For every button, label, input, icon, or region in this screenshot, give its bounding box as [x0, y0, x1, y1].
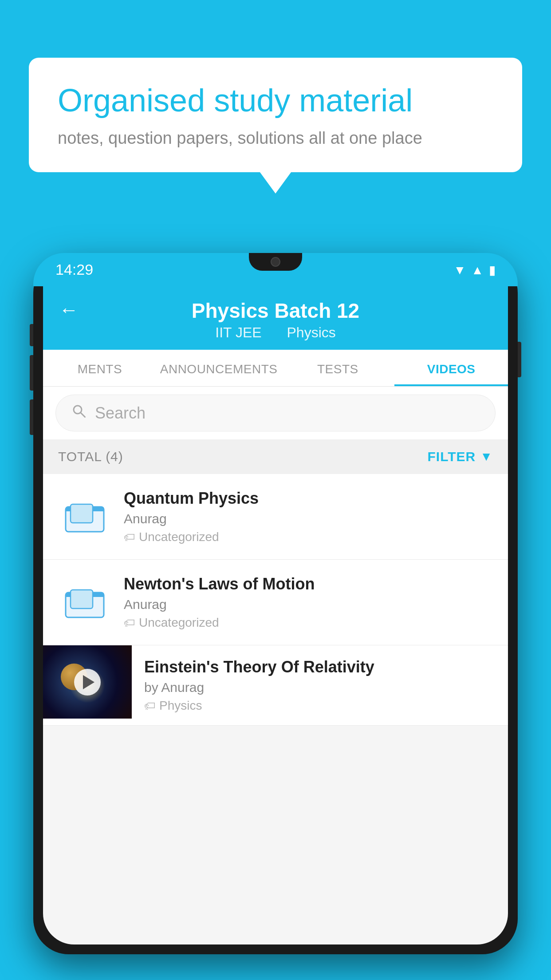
wifi-icon [454, 262, 466, 277]
search-icon [71, 403, 87, 423]
phone-device: 14:29 ← Physics Batch 12 IIT JEE Physics [33, 253, 518, 954]
tag-label-1: Uncategorized [139, 530, 219, 544]
tag-icon-2: 🏷 [124, 616, 135, 630]
subtitle-iitjee: IIT JEE [215, 324, 261, 340]
status-time: 14:29 [55, 261, 93, 278]
tag-icon-1: 🏷 [124, 530, 135, 544]
video-tag-1: 🏷 Uncategorized [124, 530, 493, 544]
video-author-3: by Anurag [144, 680, 496, 695]
video-title-2: Newton's Laws of Motion [124, 575, 493, 593]
app-header: ← Physics Batch 12 IIT JEE Physics [43, 286, 508, 350]
filter-button[interactable]: FILTER ▼ [428, 449, 493, 464]
tag-icon-3: 🏷 [144, 699, 156, 713]
phone-notch [249, 253, 302, 271]
filter-bar: TOTAL (4) FILTER ▼ [43, 439, 508, 474]
tab-videos[interactable]: VIDEOS [394, 350, 508, 386]
search-placeholder: Search [95, 404, 146, 423]
power-button [518, 342, 521, 377]
list-item[interactable]: Quantum Physics Anurag 🏷 Uncategorized [43, 474, 508, 560]
svg-point-0 [74, 406, 82, 414]
tab-ments[interactable]: MENTS [43, 350, 157, 386]
list-item[interactable]: Newton's Laws of Motion Anurag 🏷 Uncateg… [43, 560, 508, 645]
phone-screen: ← Physics Batch 12 IIT JEE Physics MENTS… [43, 286, 508, 944]
video-info-2: Newton's Laws of Motion Anurag 🏷 Uncateg… [124, 575, 493, 630]
svg-rect-3 [71, 504, 93, 523]
play-button[interactable] [74, 669, 101, 695]
tag-label-2: Uncategorized [139, 616, 219, 630]
video-tag-3: 🏷 Physics [144, 699, 496, 713]
volume-up-button [30, 355, 33, 391]
folder-thumb-2 [58, 580, 111, 624]
search-bar[interactable]: Search [55, 395, 496, 431]
total-count: TOTAL (4) [58, 449, 123, 464]
subtitle-physics: Physics [287, 324, 335, 340]
video-info-3: Einstein's Theory Of Relativity by Anura… [132, 645, 508, 725]
list-item[interactable]: Einstein's Theory Of Relativity by Anura… [43, 645, 508, 726]
tabs-bar: MENTS ANNOUNCEMENTS TESTS VIDEOS [43, 350, 508, 387]
video-thumbnail-3 [43, 645, 132, 719]
video-title-3: Einstein's Theory Of Relativity [144, 658, 496, 676]
volume-down-button [30, 399, 33, 435]
video-list: Quantum Physics Anurag 🏷 Uncategorized [43, 474, 508, 726]
phone-wrapper: 14:29 ← Physics Batch 12 IIT JEE Physics [33, 253, 518, 980]
svg-line-1 [81, 413, 85, 417]
search-bar-wrapper: Search [43, 387, 508, 439]
app-subtitle: IIT JEE Physics [210, 324, 341, 341]
filter-label: FILTER [428, 449, 476, 464]
video-tag-2: 🏷 Uncategorized [124, 616, 493, 630]
video-author-2: Anurag [124, 597, 493, 612]
status-icons [454, 262, 496, 277]
speech-bubble-section: Organised study material notes, question… [29, 58, 522, 172]
play-icon [83, 675, 94, 689]
back-button[interactable]: ← [59, 299, 79, 321]
svg-rect-5 [71, 590, 93, 609]
mute-button [30, 324, 33, 346]
video-title-1: Quantum Physics [124, 489, 493, 508]
tag-label-3: Physics [159, 699, 202, 713]
folder-thumb-1 [58, 494, 111, 539]
status-bar: 14:29 [33, 253, 518, 286]
video-author-1: Anurag [124, 511, 493, 526]
app-title: Physics Batch 12 [192, 299, 359, 323]
filter-icon: ▼ [480, 450, 493, 464]
tab-announcements[interactable]: ANNOUNCEMENTS [157, 350, 281, 386]
bubble-subtitle: notes, question papers, solutions all at… [58, 129, 493, 148]
tab-tests[interactable]: TESTS [281, 350, 394, 386]
video-info-1: Quantum Physics Anurag 🏷 Uncategorized [124, 489, 493, 544]
battery-icon [489, 262, 496, 277]
speech-bubble: Organised study material notes, question… [29, 58, 522, 172]
signal-icon [471, 262, 484, 277]
bubble-title: Organised study material [58, 82, 493, 119]
front-camera [271, 257, 280, 267]
